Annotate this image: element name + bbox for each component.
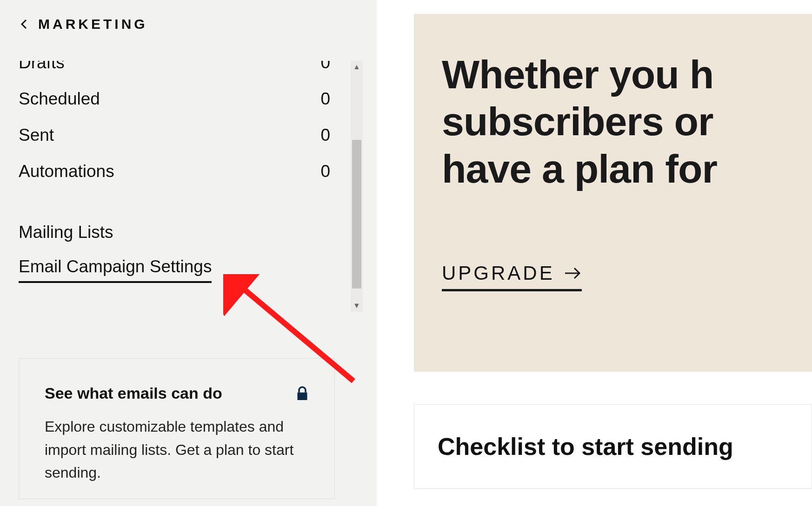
checklist-card: Checklist to start sending xyxy=(414,404,812,489)
lock-icon xyxy=(296,386,309,401)
sidebar-item-sent[interactable]: Sent 0 xyxy=(19,117,363,153)
sidebar-item-drafts[interactable]: Drafts 0 xyxy=(19,61,363,81)
checklist-title: Checklist to start sending xyxy=(438,433,788,460)
promo-title: See what emails can do xyxy=(45,384,222,402)
sidebar-item-label: Scheduled xyxy=(19,89,100,109)
arrow-right-icon xyxy=(563,264,582,283)
upgrade-button[interactable]: UPGRADE xyxy=(442,262,582,291)
hero-banner: Whether you h subscribers or have a plan… xyxy=(414,14,812,372)
sidebar-link-email-campaign-settings[interactable]: Email Campaign Settings xyxy=(19,250,212,283)
sidebar-item-count: 0 xyxy=(320,61,330,72)
sidebar: MARKETING Drafts 0 Scheduled 0 Sent 0 xyxy=(0,0,377,506)
sidebar-scrollbar[interactable]: ▲ ▼ xyxy=(351,61,363,312)
sidebar-item-count: 0 xyxy=(320,89,330,109)
hero-line: subscribers or xyxy=(442,99,713,144)
sidebar-link-label: Email Campaign Settings xyxy=(19,257,212,276)
sidebar-item-count: 0 xyxy=(320,162,330,181)
svg-rect-0 xyxy=(298,392,307,400)
scroll-down-icon[interactable]: ▼ xyxy=(351,300,363,312)
scroll-up-icon[interactable]: ▲ xyxy=(351,61,363,73)
sidebar-link-mailing-lists[interactable]: Mailing Lists xyxy=(19,215,113,250)
sidebar-item-count: 0 xyxy=(320,125,330,145)
sidebar-item-label: Sent xyxy=(19,125,54,145)
sidebar-list: Drafts 0 Scheduled 0 Sent 0 Automations … xyxy=(19,61,363,312)
scrollbar-thumb[interactable] xyxy=(352,140,361,289)
sidebar-link-label: Mailing Lists xyxy=(19,223,113,242)
promo-body: Explore customizable templates and impor… xyxy=(45,415,309,485)
sidebar-item-label: Automations xyxy=(19,162,114,181)
sidebar-item-automations[interactable]: Automations 0 xyxy=(19,153,363,190)
chevron-left-icon xyxy=(19,19,30,30)
promo-card: See what emails can do Explore customiza… xyxy=(19,358,335,499)
sidebar-item-label: Drafts xyxy=(19,61,65,72)
main-content: Whether you h subscribers or have a plan… xyxy=(377,0,812,506)
breadcrumb-label: MARKETING xyxy=(38,16,148,32)
sidebar-item-scheduled[interactable]: Scheduled 0 xyxy=(19,81,363,117)
sidebar-list-viewport: Drafts 0 Scheduled 0 Sent 0 Automations … xyxy=(19,61,363,312)
breadcrumb-back[interactable]: MARKETING xyxy=(19,16,363,32)
hero-line: Whether you h xyxy=(442,52,713,97)
hero-headline: Whether you h subscribers or have a plan… xyxy=(442,51,793,192)
app-root: MARKETING Drafts 0 Scheduled 0 Sent 0 xyxy=(0,0,812,506)
hero-line: have a plan for xyxy=(442,146,717,191)
upgrade-label: UPGRADE xyxy=(442,262,555,284)
